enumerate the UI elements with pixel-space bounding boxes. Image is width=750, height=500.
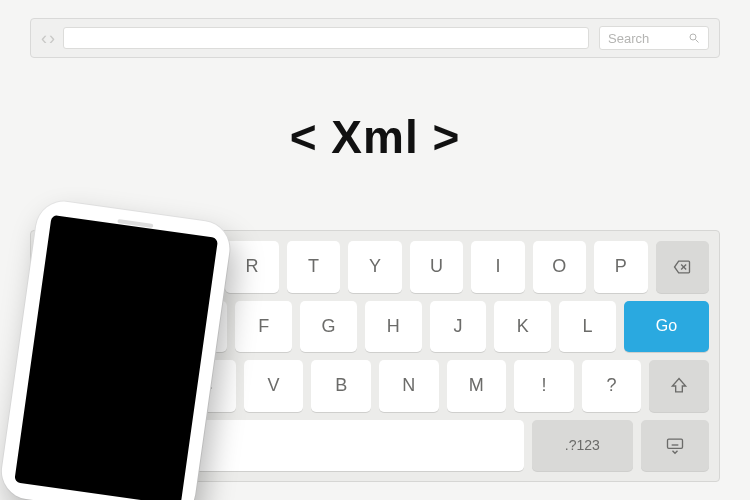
key-backspace[interactable] <box>656 241 709 293</box>
key-k[interactable]: K <box>494 301 551 353</box>
search-placeholder: Search <box>608 31 649 46</box>
svg-line-1 <box>696 40 699 43</box>
url-input[interactable] <box>63 27 589 49</box>
page-title: < Xml > <box>0 110 750 164</box>
key-p[interactable]: P <box>594 241 647 293</box>
key-i[interactable]: I <box>471 241 524 293</box>
browser-top-bar: ‹ › Search <box>30 18 720 58</box>
key-h[interactable]: H <box>365 301 422 353</box>
key-n[interactable]: N <box>379 360 439 412</box>
forward-arrow-icon[interactable]: › <box>49 28 53 49</box>
key-go[interactable]: Go <box>624 301 709 353</box>
svg-point-0 <box>690 34 696 40</box>
key-u[interactable]: U <box>410 241 463 293</box>
key-j[interactable]: J <box>430 301 487 353</box>
svg-rect-4 <box>668 439 683 448</box>
search-box[interactable]: Search <box>599 26 709 50</box>
key-hide-keyboard[interactable] <box>641 420 709 472</box>
key-space[interactable] <box>185 420 524 472</box>
key-numbers-right[interactable]: .?123 <box>532 420 634 472</box>
key-shift[interactable] <box>649 360 709 412</box>
key-y[interactable]: Y <box>348 241 401 293</box>
key-b[interactable]: B <box>311 360 371 412</box>
key-o[interactable]: O <box>533 241 586 293</box>
back-arrow-icon[interactable]: ‹ <box>41 28 45 49</box>
key-t[interactable]: T <box>287 241 340 293</box>
key-r[interactable]: R <box>225 241 278 293</box>
key-f[interactable]: F <box>235 301 292 353</box>
phone-screen <box>14 215 218 500</box>
key-g[interactable]: G <box>300 301 357 353</box>
nav-arrows: ‹ › <box>41 28 63 49</box>
shift-icon <box>669 376 689 396</box>
key-question[interactable]: ? <box>582 360 642 412</box>
keyboard-icon <box>665 435 685 455</box>
key-exclaim[interactable]: ! <box>514 360 574 412</box>
backspace-icon <box>672 257 692 277</box>
key-l[interactable]: L <box>559 301 616 353</box>
search-icon <box>688 32 700 44</box>
key-m[interactable]: M <box>447 360 507 412</box>
smartphone-photo <box>0 198 233 500</box>
key-v[interactable]: V <box>244 360 304 412</box>
